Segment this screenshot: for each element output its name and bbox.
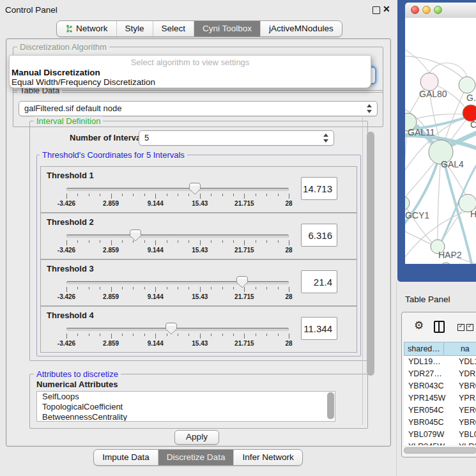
table-header-row: shared… na [404, 342, 476, 356]
table-panel-title: Table Panel [405, 295, 450, 304]
column-header-shared[interactable]: shared… [404, 342, 444, 356]
network-node[interactable] [440, 263, 452, 264]
slider-tick-labels: -3.4262.8599.14415.4321.71528 [66, 293, 289, 301]
slider-thumb-icon[interactable] [130, 229, 141, 242]
attribute-item[interactable]: SelfLoops [37, 392, 335, 402]
threshold-panel: Threshold 2-3.4262.8599.14415.4321.71528… [40, 213, 357, 259]
threshold-value-field[interactable]: 6.316 [301, 224, 337, 247]
network-canvas[interactable]: GAL80G.CGAL11GAL4GCY1HHAP2 [405, 18, 476, 264]
tab-jactivemnodules[interactable]: jActiveMNodules [261, 21, 342, 36]
threshold-label: Threshold 4 [47, 311, 94, 320]
minimize-traffic-light-icon[interactable] [422, 6, 431, 14]
slider-track[interactable] [66, 328, 289, 331]
slider-tick-labels: -3.4262.8599.14415.4321.71528 [66, 247, 289, 254]
table-row[interactable]: YPR145WYPR1 [404, 392, 476, 404]
network-node-label: GCY1 [405, 210, 429, 220]
threshold-label: Threshold 1 [47, 171, 94, 180]
network-window-titlebar[interactable] [405, 3, 476, 19]
table-row[interactable]: YER054CYER0 [404, 404, 476, 417]
threshold-slider[interactable]: -3.4262.8599.14415.4321.71528 [66, 182, 289, 210]
tab-style[interactable]: Style [117, 21, 153, 36]
table-row[interactable]: YBL079WYBL0 [404, 429, 476, 441]
tick-label: 21.715 [234, 293, 254, 300]
algorithm-popup: Select algorithm to view settings Manual… [9, 55, 371, 88]
attribute-item[interactable]: BetweennessCentrality [37, 412, 335, 422]
tab-impute-data[interactable]: Impute Data [94, 450, 158, 465]
tick-label: 9.144 [148, 200, 164, 207]
cell-name: YPR1 [456, 392, 476, 404]
checkbox-checked-icon[interactable] [466, 324, 473, 331]
float-icon[interactable] [372, 6, 380, 14]
threshold-value-field[interactable]: 11.344 [301, 317, 337, 340]
table-rows: YDL19…YDL1YDR27…YDR2YBR043CYBR0YPR145WYP… [404, 356, 476, 445]
vertical-scrollbar[interactable] [367, 132, 374, 376]
split-view-icon[interactable] [434, 321, 445, 333]
numerical-attributes-label: Numerical Attributes [36, 380, 118, 389]
slider-ticks [66, 240, 289, 246]
threshold-panel: Threshold 3-3.4262.8599.14415.4321.71528… [40, 259, 357, 306]
threshold-slider[interactable]: -3.4262.8599.14415.4321.71528 [66, 229, 289, 257]
apply-button[interactable]: Apply [174, 430, 219, 445]
popup-prompt-option[interactable]: Select algorithm to view settings [10, 58, 371, 67]
network-node[interactable] [405, 196, 410, 210]
num-intervals-combobox[interactable]: 5 [139, 130, 334, 146]
tab-network[interactable]: Network [57, 21, 117, 36]
network-edge[interactable] [405, 47, 429, 73]
tick-label: 9.144 [148, 340, 164, 347]
threshold-panel: Threshold 4-3.4262.8599.14415.4321.71528… [40, 306, 357, 353]
network-edge[interactable] [416, 114, 463, 119]
scroll-divider [362, 116, 363, 425]
popup-option-manual[interactable]: Manual Discretization [12, 68, 100, 77]
threshold-value-field[interactable]: 21.4 [301, 270, 337, 293]
gear-icon[interactable]: ⚙ [414, 320, 424, 331]
network-edge-thick[interactable] [445, 164, 472, 264]
threshold-value-field[interactable]: 14.713 [301, 177, 337, 200]
slider-thumb-icon[interactable] [189, 183, 201, 195]
attributes-list[interactable]: SelfLoopsTopologicalCoefficientBetweenne… [36, 391, 335, 422]
slider-tick-labels: -3.4262.8599.14415.4321.71528 [66, 200, 289, 208]
network-edge[interactable] [405, 229, 433, 245]
table-panel: Table Panel ⚙ shared… na YDL19…YDL1YDR27… [396, 282, 476, 476]
tab-cyni-toolbox[interactable]: Cyni Toolbox [194, 21, 261, 36]
network-edge[interactable] [445, 92, 464, 142]
table-row[interactable]: YBR045CYBR0 [404, 417, 476, 429]
zoom-traffic-light-icon[interactable] [434, 6, 442, 14]
spinner-arrows-icon [323, 133, 329, 143]
tab-infer-network[interactable]: Infer Network [234, 450, 302, 465]
slider-track[interactable] [66, 281, 289, 284]
slider-thumb-icon[interactable] [236, 276, 248, 288]
network-node[interactable] [420, 73, 438, 91]
network-view-window: GAL80G.CGAL11GAL4GCY1HHAP2 [397, 0, 476, 282]
cell-name: YDL1 [456, 356, 476, 368]
tab-select[interactable]: Select [153, 21, 195, 36]
table-row[interactable]: YLR345WYLR3 [404, 441, 476, 445]
popup-option-equal-width[interactable]: Equal Width/Frequency Discretization [12, 77, 155, 87]
table-row[interactable]: YDR27…YDR2 [404, 368, 476, 380]
close-traffic-light-icon[interactable] [411, 6, 419, 14]
network-edge[interactable] [405, 131, 407, 196]
table-row[interactable]: YDL19…YDL1 [404, 356, 476, 368]
column-header-name[interactable]: na [444, 342, 476, 356]
tick-label: 28 [285, 293, 292, 300]
table-row[interactable]: YBR043CYBR0 [404, 380, 476, 392]
tick-label: 9.144 [148, 293, 164, 300]
slider-track[interactable] [66, 234, 289, 238]
tick-label: 2.859 [103, 293, 119, 300]
cell-shared-name: YBL079W [404, 429, 456, 441]
attribute-item[interactable]: TopologicalCoefficient [37, 402, 335, 412]
horizontal-scrollbar[interactable] [404, 447, 476, 454]
slider-thumb-icon[interactable] [165, 323, 177, 335]
threshold-slider[interactable]: -3.4262.8599.14415.4321.71528 [66, 275, 289, 303]
table-data-combobox[interactable]: galFiltered.sif default node [19, 101, 378, 116]
slider-track[interactable] [66, 188, 289, 191]
checkbox-checked-icon[interactable] [457, 324, 464, 331]
threshold-panel: Threshold 1-3.4262.8599.14415.4321.71528… [40, 166, 357, 213]
tick-label: 15.43 [192, 293, 208, 300]
close-icon[interactable]: ✕ [383, 4, 390, 14]
list-scrollbar[interactable] [327, 392, 334, 419]
threshold-slider[interactable]: -3.4262.8599.14415.4321.71528 [66, 322, 289, 350]
network-node[interactable] [459, 77, 475, 93]
tab-discretize-data[interactable]: Discretize Data [158, 450, 234, 465]
network-edge[interactable] [438, 164, 440, 240]
control-panel-titlebar: Control Panel ✕ [0, 0, 396, 19]
